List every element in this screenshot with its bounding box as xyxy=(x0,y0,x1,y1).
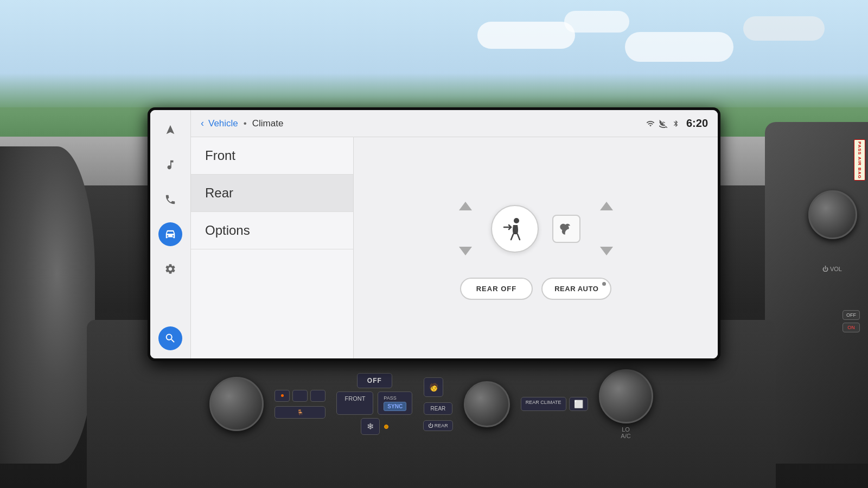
fan-up-arrow[interactable] xyxy=(453,196,477,216)
wifi-icon xyxy=(659,119,668,128)
nav-item-options[interactable]: Options xyxy=(191,212,353,249)
fan-off-btn[interactable]: OFF xyxy=(357,373,392,388)
right-down-arrow[interactable] xyxy=(594,241,618,261)
rear-off-button[interactable]: REAR OFF xyxy=(460,278,533,300)
left-knob[interactable] xyxy=(209,377,264,431)
fan-icon-row: ❄ xyxy=(361,418,388,435)
screen: ‹ Vehicle • Climate 6:20 xyxy=(150,110,718,358)
dot-indicator-2[interactable] xyxy=(292,390,308,402)
heated-seat-grid xyxy=(275,390,326,402)
ac-knob[interactable] xyxy=(599,369,653,423)
spacer xyxy=(448,377,452,397)
dot-indicator-3[interactable] xyxy=(310,390,326,402)
vol-knob[interactable] xyxy=(808,190,857,239)
sidebar-item-phone[interactable] xyxy=(158,188,182,211)
sidebar-item-media[interactable] xyxy=(158,153,182,177)
middle-knob[interactable] xyxy=(464,381,510,427)
search-button[interactable] xyxy=(158,326,182,350)
mode-buttons: REAR OFF REAR AUTO xyxy=(460,278,612,300)
ac-knob-area: LOA/C xyxy=(599,369,653,439)
left-button-cluster: 🪑 xyxy=(275,390,326,419)
screen-header: ‹ Vehicle • Climate 6:20 xyxy=(191,110,718,137)
controls-row xyxy=(362,196,710,261)
defrost-btn[interactable]: ⬜ xyxy=(569,397,588,411)
content-area: Front Rear Options xyxy=(191,137,718,358)
rear-auto-button[interactable]: REAR AUTO xyxy=(541,278,611,300)
auto-indicator-dot xyxy=(602,282,606,286)
breadcrumb-vehicle[interactable]: Vehicle xyxy=(208,118,238,129)
power-rear-btn[interactable]: ⏻ REAR xyxy=(423,420,453,431)
person-icon-btns: 🧑 xyxy=(424,377,452,397)
front-btn[interactable]: FRONT xyxy=(336,391,373,415)
rear-climate-btn[interactable]: REAR CLIMATE xyxy=(521,397,566,411)
sidebar xyxy=(150,110,191,358)
clock: 6:20 xyxy=(686,117,708,130)
breadcrumb: ‹ Vehicle • Climate xyxy=(201,118,283,129)
airbag-on[interactable]: ON xyxy=(843,323,860,332)
status-bar: 6:20 xyxy=(646,117,708,130)
fan-icon-btn[interactable]: ❄ xyxy=(361,418,380,435)
status-dot xyxy=(384,425,388,429)
rear-knob-area: 🧑 REAR ⏻ REAR xyxy=(423,377,453,431)
ac-label: LOA/C xyxy=(621,426,630,439)
left-panel xyxy=(0,146,95,464)
bluetooth-icon xyxy=(672,120,680,127)
person-airflow-icon xyxy=(501,215,528,242)
nav-menu: Front Rear Options xyxy=(191,137,354,358)
cloud-4 xyxy=(743,16,825,41)
airbag-off[interactable]: OFF xyxy=(843,310,860,320)
right-up-arrow[interactable] xyxy=(594,196,618,216)
right-panel: ⏻ VOL PASS AIR BAG OFF ON xyxy=(765,122,868,464)
rear-label-btn[interactable]: REAR xyxy=(424,402,453,415)
airbag-label: PASS AIR BAG xyxy=(854,139,865,181)
sidebar-item-settings[interactable] xyxy=(158,257,182,281)
breadcrumb-separator: • xyxy=(244,118,247,129)
background-scene: ⏻ VOL PASS AIR BAG OFF ON 🪑 OFF xyxy=(0,0,868,488)
fan-direction-row: FRONT PASS SYNC xyxy=(336,391,412,415)
cloud-2 xyxy=(564,11,629,33)
main-area: ‹ Vehicle • Climate 6:20 xyxy=(191,110,718,358)
fan-arrow-column xyxy=(453,196,477,261)
sidebar-item-vehicle[interactable] xyxy=(158,222,182,246)
seat-heat-btn[interactable]: 🪑 xyxy=(275,406,326,419)
cloud-1 xyxy=(477,22,575,49)
power-rear-row: ⏻ REAR xyxy=(423,420,453,431)
center-button-panel: OFF FRONT PASS SYNC ❄ xyxy=(336,373,412,435)
cloud-3 xyxy=(625,32,733,62)
right-arrow-column xyxy=(594,196,618,261)
dot-indicator-1[interactable] xyxy=(275,390,290,402)
nav-item-rear[interactable]: Rear xyxy=(191,175,353,212)
rear-climate-cluster: REAR CLIMATE ⬜ xyxy=(521,397,588,411)
climate-control-panel: REAR OFF REAR AUTO xyxy=(354,137,718,358)
fan-icon-button[interactable] xyxy=(552,215,580,243)
pass-sync-area: PASS SYNC xyxy=(378,391,412,415)
rear-climate-row: REAR CLIMATE ⬜ xyxy=(521,397,588,411)
svg-point-0 xyxy=(514,218,519,223)
back-arrow[interactable]: ‹ xyxy=(201,118,204,129)
signal-icon xyxy=(646,119,655,128)
sidebar-item-navigation[interactable] xyxy=(158,118,182,142)
person-btn[interactable]: 🧑 xyxy=(424,377,443,397)
breadcrumb-climate: Climate xyxy=(252,118,284,129)
fan-blade-icon xyxy=(559,221,574,236)
airbag-controls: OFF ON xyxy=(843,310,860,332)
nav-item-front[interactable]: Front xyxy=(191,137,353,175)
fan-down-arrow[interactable] xyxy=(453,241,477,261)
screen-bezel: ‹ Vehicle • Climate 6:20 xyxy=(148,107,720,361)
vol-label: ⏻ VOL xyxy=(822,266,842,272)
airflow-mode-button[interactable] xyxy=(491,205,539,253)
